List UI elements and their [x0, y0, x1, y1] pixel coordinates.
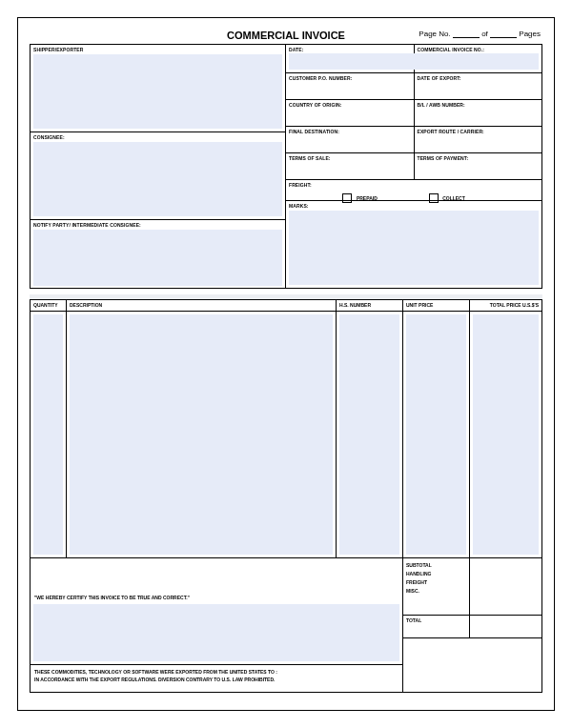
- certification-box[interactable]: "WE HEREBY CERTIFY THIS INVOICE TO BE TR…: [31, 558, 402, 665]
- total-label: TOTAL: [403, 616, 470, 637]
- marks-box[interactable]: MARKS:: [286, 201, 541, 288]
- col-total-price: TOTAL PRICE U.S.$'S: [470, 300, 541, 311]
- notify-box[interactable]: NOTIFY PARTY/ INTERMEDIATE CONSIGNEE:: [31, 220, 285, 289]
- table-body[interactable]: [31, 312, 541, 558]
- terms-payment-box[interactable]: TERMS OF PAYMENT:: [415, 153, 542, 179]
- destination-box[interactable]: FINAL DESTINATION:: [286, 127, 415, 152]
- route-box[interactable]: EXPORT ROUTE / CARRIER:: [415, 127, 542, 152]
- invoice-page: COMMERCIAL INVOICE Page No. of Pages SHI…: [17, 17, 555, 711]
- po-box[interactable]: CUSTOMER P.O. NUMBER:: [286, 73, 415, 99]
- line-items-table: QUANTITY DESCRIPTION H.S. NUMBER UNIT PR…: [30, 300, 542, 693]
- export-date-box[interactable]: DATE OF EXPORT:: [415, 73, 542, 99]
- date-box[interactable]: DATE:: [286, 45, 415, 72]
- misc-label: MISC.: [406, 587, 466, 596]
- total-value[interactable]: [470, 616, 541, 637]
- freight-box: FREIGHT: PREPAID COLLECT: [286, 180, 541, 201]
- freight-label: FREIGHT: [406, 578, 466, 587]
- handling-label: HANDLING: [406, 570, 466, 578]
- summary-box: SUBTOTAL HANDLING FREIGHT MISC. TOTAL: [403, 558, 541, 692]
- consignee-box[interactable]: CONSIGNEE:: [31, 132, 285, 220]
- shipper-box[interactable]: SHIPPER/EXPORTER: [31, 45, 285, 132]
- terms-sale-box[interactable]: TERMS OF SALE:: [286, 153, 415, 179]
- awb-box[interactable]: B/L / AWB NUMBER:: [415, 100, 542, 126]
- col-description: DESCRIPTION: [67, 300, 337, 311]
- header-bar: COMMERCIAL INVOICE Page No. of Pages: [30, 30, 542, 45]
- origin-box[interactable]: COUNTRY OF ORIGIN:: [286, 100, 415, 126]
- col-quantity: QUANTITY: [31, 300, 67, 311]
- upper-section: SHIPPER/EXPORTER CONSIGNEE: NOTIFY PARTY…: [30, 45, 542, 289]
- col-unit-price: UNIT PRICE: [403, 300, 470, 311]
- page-number: Page No. of Pages: [419, 30, 541, 38]
- export-statement: THESE COMMODITIES, TECHNOLOGY OR SOFTWAR…: [31, 665, 402, 692]
- col-hs-number: H.S. NUMBER: [337, 300, 403, 311]
- subtotal-label: SUBTOTAL: [406, 561, 466, 570]
